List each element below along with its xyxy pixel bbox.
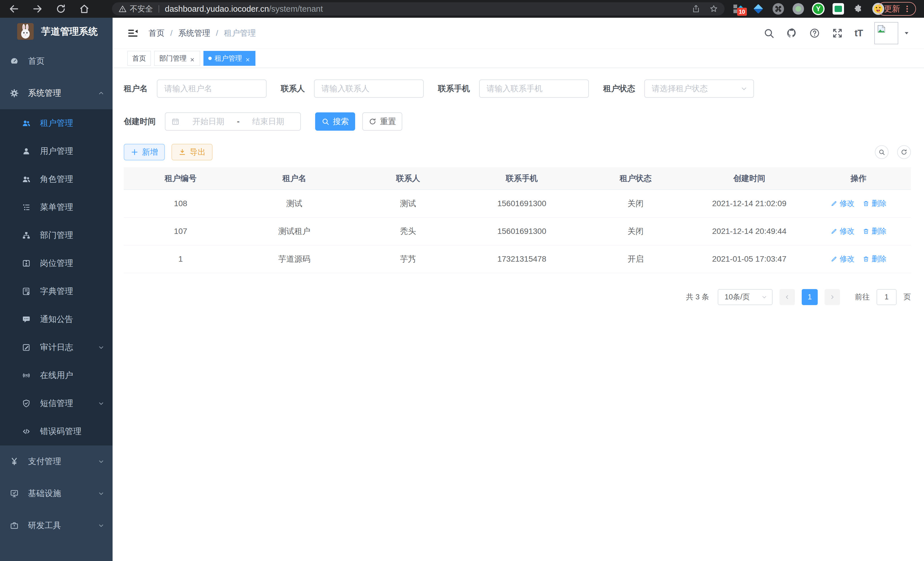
fullscreen-icon[interactable] [832, 27, 843, 39]
breadcrumb-separator: / [170, 29, 172, 38]
edit-link[interactable]: 修改 [831, 254, 855, 264]
end-date-placeholder[interactable]: 结束日期 [242, 116, 295, 127]
sidebar-item-dictionary[interactable]: 字典管理 [0, 277, 112, 305]
chevron-down-icon [98, 490, 105, 497]
refresh-table-button[interactable] [897, 145, 911, 159]
table-toolbar: 新增 导出 [124, 144, 911, 160]
header-search-icon[interactable] [763, 27, 775, 39]
extension-command-icon[interactable] [772, 3, 784, 15]
next-page-button[interactable] [825, 289, 840, 305]
chevron-down-icon [740, 85, 748, 92]
extensions-puzzle-icon[interactable] [852, 3, 865, 15]
export-button[interactable]: 导出 [171, 144, 213, 160]
sidebar-item-system[interactable]: 系统管理 [0, 77, 112, 109]
extension-chat-icon[interactable] [832, 3, 844, 15]
sidebar-item-payment[interactable]: 支付管理 [0, 445, 112, 478]
tab-home[interactable]: 首页 [128, 51, 151, 66]
sidebar-item-tenant[interactable]: 租户管理 [0, 109, 112, 137]
sidebar-item-users[interactable]: 用户管理 [0, 137, 112, 165]
trash-icon [862, 200, 869, 207]
sidebar-item-sms[interactable]: 短信管理 [0, 390, 112, 417]
sidebar-item-online-users[interactable]: 在线用户 [0, 361, 112, 390]
forward-icon[interactable] [32, 3, 43, 14]
sidebar-item-audit-log[interactable]: 审计日志 [0, 333, 112, 361]
start-date-placeholder[interactable]: 开始日期 [182, 116, 235, 127]
sidebar: 芋道管理系统 首页 系统管理 租户管理 用户管理 角色管理 [0, 18, 112, 561]
update-button[interactable]: 更新 [878, 2, 916, 16]
trash-icon [862, 228, 869, 235]
breadcrumb-home[interactable]: 首页 [148, 28, 165, 39]
share-icon[interactable] [692, 4, 700, 14]
url-bar[interactable]: 不安全 dashboard.yudao.iocoder.cn/system/te… [112, 2, 724, 15]
delete-link[interactable]: 删除 [862, 199, 886, 208]
sidebar-menu: 首页 系统管理 租户管理 用户管理 角色管理 菜单管理 [0, 45, 112, 541]
sidebar-item-error-codes[interactable]: 错误码管理 [0, 417, 112, 445]
github-icon[interactable] [786, 27, 797, 39]
omnibox-divider [159, 5, 159, 13]
delete-link[interactable]: 删除 [862, 254, 886, 264]
contact-input[interactable] [314, 80, 424, 98]
shield-check-icon [22, 399, 31, 408]
kebab-menu-icon[interactable] [903, 5, 911, 13]
page-number-current[interactable]: 1 [802, 289, 818, 305]
tab-departments[interactable]: 部门管理 [154, 51, 200, 66]
breadcrumb-system[interactable]: 系统管理 [178, 28, 210, 39]
table-header-row: 租户编号 租户名 联系人 联系手机 租户状态 创建时间 操作 [124, 167, 911, 190]
add-button[interactable]: 新增 [124, 144, 165, 160]
log-edit-icon [22, 343, 31, 352]
extensions-row: 10 Y [732, 0, 885, 18]
page-size-select[interactable]: 10条/页 [718, 289, 772, 305]
search-button[interactable]: 搜索 [315, 112, 355, 131]
chevron-down-icon [761, 294, 767, 300]
chevron-down-icon [98, 344, 105, 351]
tenant-name-label: 租户名 [124, 83, 148, 94]
mobile-input[interactable] [479, 80, 589, 98]
sidebar-item-departments[interactable]: 部门管理 [0, 221, 112, 249]
close-icon[interactable] [189, 56, 195, 61]
home-icon[interactable] [79, 3, 90, 14]
sidebar-item-infrastructure[interactable]: 基础设施 [0, 478, 112, 510]
bookmark-star-icon[interactable] [709, 4, 718, 14]
reset-button[interactable]: 重置 [362, 112, 402, 131]
sidebar-item-home[interactable]: 首页 [0, 45, 112, 77]
app-logo [17, 23, 34, 40]
help-icon[interactable] [809, 27, 820, 39]
update-label: 更新 [884, 3, 900, 14]
extension-yudao-icon[interactable]: Y [812, 3, 825, 15]
chevron-left-icon [784, 294, 790, 300]
extension-dot-icon[interactable] [792, 3, 805, 15]
user-avatar-menu[interactable] [874, 22, 910, 44]
extension-kite-icon[interactable] [752, 3, 765, 15]
edit-link[interactable]: 修改 [831, 226, 855, 236]
sidebar-item-menus[interactable]: 菜单管理 [0, 193, 112, 221]
cell-tenant-id: 108 [124, 190, 237, 217]
show-search-toggle-button[interactable] [875, 145, 889, 159]
delete-link[interactable]: 删除 [862, 226, 886, 236]
cell-tenant-name: 芋道源码 [237, 245, 351, 273]
back-icon[interactable] [9, 3, 20, 14]
sidebar-item-dev-tools[interactable]: 研发工具 [0, 510, 112, 541]
date-range-picker[interactable]: 开始日期 - 结束日期 [165, 112, 301, 131]
tab-tenant[interactable]: 租户管理 [203, 51, 255, 66]
reload-icon[interactable] [56, 3, 66, 14]
cell-status: 关闭 [579, 190, 692, 217]
status-select[interactable]: 请选择租户状态 [644, 80, 754, 98]
goto-page-input[interactable] [877, 289, 897, 305]
dashboard-icon [10, 57, 19, 66]
chevron-down-icon [98, 400, 105, 407]
font-size-icon[interactable]: tT [855, 28, 863, 39]
cell-tenant-id: 1 [124, 245, 237, 273]
sidebar-item-notices[interactable]: 通知公告 [0, 305, 112, 333]
close-icon[interactable] [245, 56, 250, 61]
edit-link[interactable]: 修改 [831, 199, 855, 208]
sidebar-fold-icon[interactable] [127, 27, 139, 39]
gear-icon [10, 89, 19, 98]
cell-status: 关闭 [579, 217, 692, 245]
avatar[interactable] [874, 22, 898, 44]
prev-page-button[interactable] [779, 289, 795, 305]
tenant-name-input[interactable] [157, 80, 267, 98]
security-label[interactable]: 不安全 [130, 4, 153, 14]
extension-grid-icon[interactable]: 10 [732, 3, 745, 15]
sidebar-item-roles[interactable]: 角色管理 [0, 165, 112, 193]
sidebar-item-positions[interactable]: 岗位管理 [0, 249, 112, 277]
